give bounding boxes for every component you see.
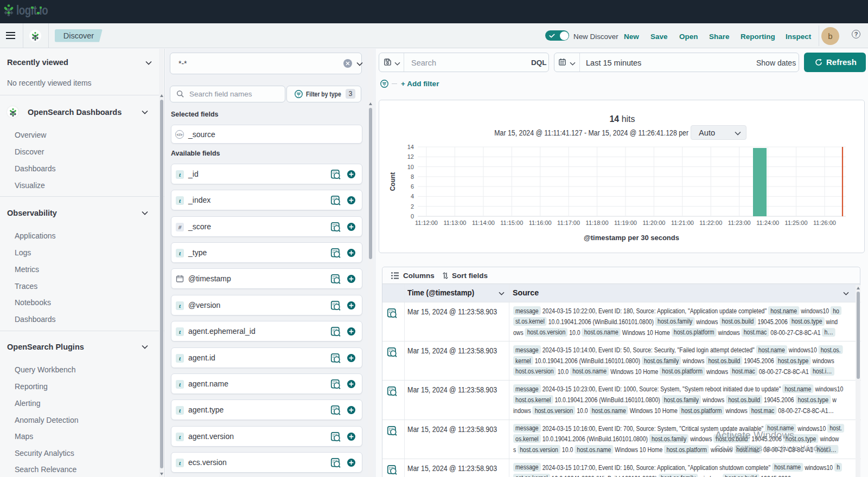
svg-text:0: 0 bbox=[411, 213, 414, 220]
svg-text:11:17:00: 11:17:00 bbox=[557, 220, 580, 226]
svg-text:@timestamp per 30 seconds: @timestamp per 30 seconds bbox=[584, 234, 679, 242]
svg-text:10: 10 bbox=[407, 164, 414, 170]
svg-text:11:25:00: 11:25:00 bbox=[785, 220, 808, 226]
svg-text:11:14:00: 11:14:00 bbox=[472, 220, 495, 226]
svg-text:Count: Count bbox=[389, 172, 397, 191]
svg-text:8: 8 bbox=[411, 173, 414, 180]
svg-text:11:12:00: 11:12:00 bbox=[415, 220, 438, 226]
svg-text:11:21:00: 11:21:00 bbox=[671, 220, 694, 226]
svg-text:6: 6 bbox=[411, 183, 414, 190]
svg-text:11:22:00: 11:22:00 bbox=[699, 220, 722, 226]
svg-text:11:18:00: 11:18:00 bbox=[586, 220, 609, 226]
svg-text:11:19:00: 11:19:00 bbox=[614, 220, 637, 226]
svg-text:4: 4 bbox=[411, 193, 414, 199]
svg-text:11:23:00: 11:23:00 bbox=[728, 220, 751, 226]
svg-text:11:26:00: 11:26:00 bbox=[813, 220, 836, 226]
svg-text:11:13:00: 11:13:00 bbox=[443, 220, 466, 226]
svg-text:11:20:00: 11:20:00 bbox=[642, 220, 665, 226]
svg-text:11:16:00: 11:16:00 bbox=[529, 220, 552, 226]
svg-text:11:24:00: 11:24:00 bbox=[756, 220, 779, 226]
svg-text:12: 12 bbox=[407, 153, 414, 160]
svg-text:2: 2 bbox=[411, 203, 414, 210]
svg-text:11:15:00: 11:15:00 bbox=[500, 220, 523, 226]
svg-text:14: 14 bbox=[407, 144, 414, 150]
